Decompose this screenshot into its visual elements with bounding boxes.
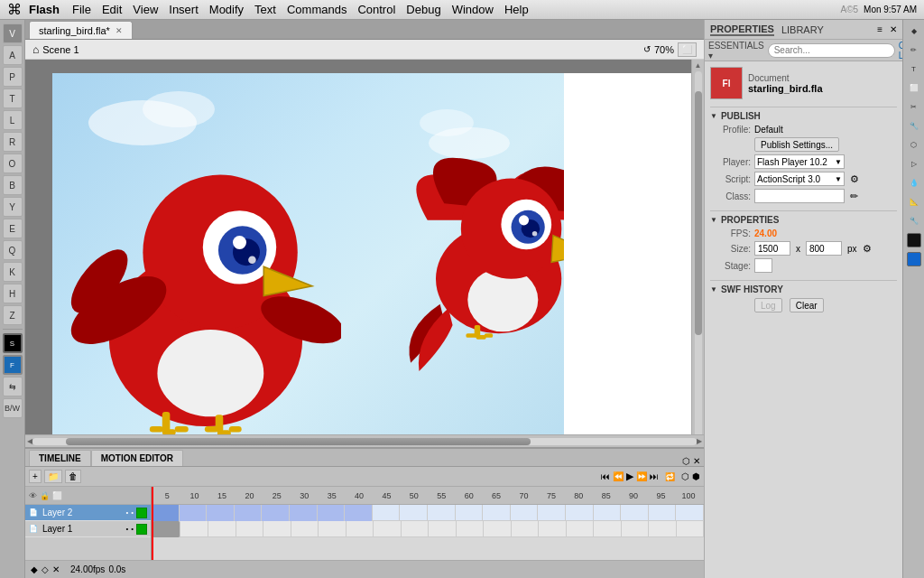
tool-fill-color[interactable]: F [3,355,23,375]
bird-right[interactable] [377,109,564,398]
rt-tool-8[interactable]: ▷ [905,154,923,172]
rt-tool-2[interactable]: ✏ [905,41,923,59]
tool-hand[interactable]: H [3,284,23,303]
menu-commands[interactable]: Commands [287,3,346,16]
constrain-icon[interactable]: ⚙ [863,243,872,255]
stroke-color-swatch[interactable] [907,233,921,247]
tool-eraser[interactable]: E [3,219,23,238]
loop-icon[interactable]: 🔁 [665,472,675,481]
rt-tool-3[interactable]: T [905,60,923,78]
script-select[interactable]: ActionScript 3.0 ▼ [754,172,845,186]
new-layer-icon[interactable]: + [29,470,42,483]
lock-icon: 🔒 [40,491,50,500]
vertical-scrollbar[interactable]: ▲ ▼ [691,60,704,434]
tool-free-xform[interactable]: Q [3,240,23,260]
tool-select[interactable]: V [3,23,23,43]
file-tab[interactable]: starling_bird.fla* ✕ [29,21,133,39]
svg-point-28 [532,231,538,237]
playback-prev-icon[interactable]: ⏪ [613,471,624,481]
bird-left[interactable] [70,118,341,434]
playback-last-icon[interactable]: ⏭ [650,471,659,481]
onion-outline-icon[interactable]: ⬢ [692,471,700,481]
search-input[interactable] [768,43,895,58]
rt-tool-10[interactable]: 📐 [905,192,923,210]
scene-breadcrumb[interactable]: ⌂ Scene 1 [32,43,79,56]
menu-file[interactable]: File [72,3,91,16]
class-edit-icon[interactable]: ✏ [850,191,858,202]
layer2-eye[interactable]: • [125,508,128,517]
menu-control[interactable]: Control [357,3,395,16]
fps-row: FPS: 24.00 [710,228,897,238]
onion-skin-icon[interactable]: ⬡ [681,471,689,481]
rt-tool-7[interactable]: ⬡ [905,135,923,154]
clear-btn[interactable]: Clear [790,298,824,312]
tool-swap-colors[interactable]: ⇆ [3,377,23,396]
log-btn[interactable]: Log [754,298,782,312]
menu-debug[interactable]: Debug [406,3,440,16]
tool-text[interactable]: T [3,89,23,108]
script-settings-icon[interactable]: ⚙ [850,173,859,185]
properties-tab[interactable]: PROPERTIES [710,23,774,36]
tab-timeline[interactable]: TIMELINE [29,450,91,466]
tab-motion-editor[interactable]: MOTION EDITOR [91,450,183,466]
player-select[interactable]: Flash Player 10.2 ▼ [754,154,845,169]
playback-next-icon[interactable]: ⏩ [636,471,647,481]
remove-frame-icon[interactable]: ✕ [52,564,60,574]
tool-paint[interactable]: Y [3,197,23,217]
rt-tool-11[interactable]: 🔧 [905,211,923,229]
rt-tool-1[interactable]: ◆ [905,22,923,40]
rt-tool-4[interactable]: ⬜ [905,79,923,97]
size-width-input[interactable] [754,241,790,256]
size-height-input[interactable] [806,241,842,256]
tool-camera[interactable]: K [3,262,23,282]
layer1-eye[interactable]: • [125,525,128,533]
tool-black-white[interactable]: B/W [3,398,23,418]
tool-rect[interactable]: R [3,132,23,152]
menu-window[interactable]: Window [452,3,494,16]
library-tab[interactable]: LIBRARY [781,24,824,35]
far-right-toolbar: ◆ ✏ T ⬜ ✂ 🔧 ⬡ ▷ 💧 📐 🔧 [902,20,924,578]
zoom-value[interactable]: 70% [654,44,674,55]
menu-edit[interactable]: Edit [102,3,122,16]
stage-color-swatch[interactable] [754,258,772,273]
tab-close-icon[interactable]: ✕ [116,26,123,35]
menu-view[interactable]: View [133,3,158,16]
timeline-area: TIMELINE MOTION EDITOR ⬡ ✕ + 📁 🗑 ⏮ ⏪ [25,447,704,578]
publish-settings-btn[interactable]: Publish Settings... [754,137,839,152]
layer1-lock[interactable]: • [131,525,134,533]
menu-modify[interactable]: Modify [209,3,244,16]
menu-help[interactable]: Help [504,3,529,16]
tool-line[interactable]: L [3,110,23,130]
layer-row-2[interactable]: 📄 Layer 2 • • [25,505,151,521]
panel-menu-icon[interactable]: ≡ [877,24,882,34]
playback-play-icon[interactable]: ▶ [626,471,633,482]
timeline-resize-icon[interactable]: ⬡ [682,456,690,466]
timeline-close-icon[interactable]: ✕ [693,456,700,466]
stage-content[interactable] [52,73,564,434]
fill-color-swatch[interactable] [907,252,921,266]
props-sub-label: PROPERTIES [721,215,779,225]
playback-first-icon[interactable]: ⏮ [601,471,610,481]
zoom-fit-btn[interactable]: ⬜ [678,42,697,57]
tool-stroke-color[interactable]: S [3,333,23,353]
class-input[interactable] [754,189,845,203]
horizontal-scrollbar[interactable]: ◀ ▶ [25,434,704,447]
tool-pen[interactable]: P [3,67,23,87]
tool-oval[interactable]: O [3,154,23,173]
tool-brush[interactable]: B [3,175,23,195]
menu-text[interactable]: Text [254,3,276,16]
add-keyframe-icon[interactable]: ◆ [31,564,38,574]
add-blank-keyframe-icon[interactable]: ◇ [42,564,49,574]
tool-zoom[interactable]: Z [3,305,23,325]
new-folder-icon[interactable]: 📁 [44,470,62,483]
rt-tool-5[interactable]: ✂ [905,98,923,116]
rt-tool-6[interactable]: 🔧 [905,117,923,135]
menu-insert[interactable]: Insert [169,3,199,16]
rt-tool-9[interactable]: 💧 [905,173,923,191]
tool-subselect[interactable]: A [3,45,23,65]
layer-row-1[interactable]: 📄 Layer 1 • • [25,521,151,537]
panel-close-icon[interactable]: ✕ [890,24,897,34]
delete-layer-icon[interactable]: 🗑 [65,470,81,483]
apple-menu[interactable]: ⌘ [7,1,22,18]
layer2-lock[interactable]: • [131,508,134,517]
